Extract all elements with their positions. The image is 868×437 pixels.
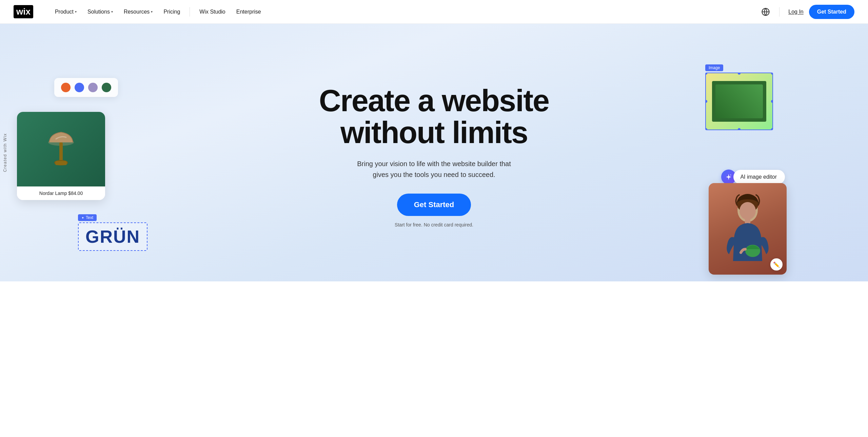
nav-wix-studio-label: Wix Studio: [199, 9, 225, 15]
hero-title-line2: without limits: [340, 116, 528, 150]
svg-point-22: [739, 202, 756, 220]
dot-green: [102, 83, 111, 92]
ai-editor-widget: AI image editor: [721, 170, 785, 184]
login-button[interactable]: Log In: [788, 9, 803, 15]
nav-enterprise-label: Enterprise: [236, 9, 261, 15]
created-label: Created with Wix: [3, 133, 7, 172]
nav-resources-label: Resources: [124, 9, 150, 15]
dot-blue: [75, 83, 84, 92]
circuit-illustration: [712, 81, 766, 122]
svg-rect-17: [726, 87, 728, 88]
handle-tr: [771, 73, 773, 75]
photo-card: ✏️: [709, 183, 787, 275]
nav-links: Product ▾ Solutions ▾ Resources ▾ Pricin…: [50, 6, 761, 18]
navbar: wix Product ▾ Solutions ▾ Resources ▾ Pr…: [0, 0, 868, 24]
svg-rect-18: [730, 87, 732, 88]
handle-tm: [738, 73, 741, 75]
svg-point-19: [730, 175, 731, 176]
gruen-text: GRÜN: [85, 227, 140, 246]
nav-pricing[interactable]: Pricing: [159, 6, 185, 18]
svg-rect-5: [712, 81, 766, 122]
nav-get-started-button[interactable]: Get Started: [809, 5, 854, 19]
lamp-card: Nordar Lamp $84.00: [17, 112, 105, 200]
svg-rect-13: [748, 84, 758, 91]
pencil-icon: ✏️: [773, 261, 780, 268]
hero-cta-button[interactable]: Get Started: [397, 194, 471, 216]
circuit-svg: [712, 81, 766, 122]
nav-divider: [190, 7, 190, 17]
image-badge: Image: [705, 64, 723, 71]
image-widget-box: [705, 73, 773, 130]
nav-divider-2: [779, 7, 780, 17]
nav-resources-chevron: ▾: [151, 10, 153, 14]
svg-rect-12: [724, 101, 736, 111]
handle-mr: [771, 100, 773, 103]
ai-editor-label: AI image editor: [733, 170, 785, 184]
text-badge: ✦ Text: [78, 214, 97, 221]
dot-purple: [88, 83, 98, 92]
text-widget-box: GRÜN: [78, 222, 147, 251]
nav-right: Log In Get Started: [761, 5, 854, 19]
hero-title: Create a website without limits: [319, 85, 549, 149]
logo[interactable]: wix: [14, 5, 33, 18]
nav-solutions[interactable]: Solutions ▾: [83, 6, 118, 18]
hero-note: Start for free. No credit card required.: [319, 222, 549, 227]
sparkle-icon: [725, 173, 732, 181]
hero-center: Create a website without limits Bring yo…: [312, 71, 556, 234]
globe-icon[interactable]: [761, 7, 770, 17]
handle-bl: [705, 128, 707, 130]
image-widget: Image: [705, 64, 773, 130]
nav-resources[interactable]: Resources ▾: [119, 6, 157, 18]
handle-tl: [705, 73, 707, 75]
nav-wix-studio[interactable]: Wix Studio: [195, 6, 230, 18]
dot-orange: [61, 83, 71, 92]
nav-solutions-label: Solutions: [87, 9, 110, 15]
svg-rect-14: [748, 98, 758, 105]
nav-product-chevron: ▾: [75, 10, 77, 14]
handle-bm: [738, 128, 741, 130]
nav-enterprise[interactable]: Enterprise: [232, 6, 266, 18]
nav-product-label: Product: [55, 9, 74, 15]
svg-rect-11: [722, 88, 736, 96]
svg-rect-2: [59, 142, 63, 161]
hero-title-line1: Create a website: [319, 84, 549, 118]
svg-rect-15: [748, 108, 761, 117]
hero-subtitle: Bring your vision to life with the websi…: [319, 158, 549, 180]
hero-section: Created with Wix Nordar Lamp: [0, 24, 868, 281]
color-dots-widget: [54, 78, 118, 97]
text-widget: ✦ Text GRÜN: [78, 214, 147, 251]
handle-ml: [705, 100, 707, 103]
nav-solutions-chevron: ▾: [111, 10, 113, 14]
nav-pricing-label: Pricing: [163, 9, 180, 15]
lamp-image: [17, 112, 105, 186]
svg-rect-16: [722, 87, 724, 88]
edit-icon-circle[interactable]: ✏️: [770, 258, 783, 271]
svg-rect-4: [55, 161, 67, 165]
nav-product[interactable]: Product ▾: [50, 6, 81, 18]
lamp-label: Nordar Lamp $84.00: [17, 186, 105, 200]
handle-br: [771, 128, 773, 130]
lamp-svg: [46, 124, 76, 175]
